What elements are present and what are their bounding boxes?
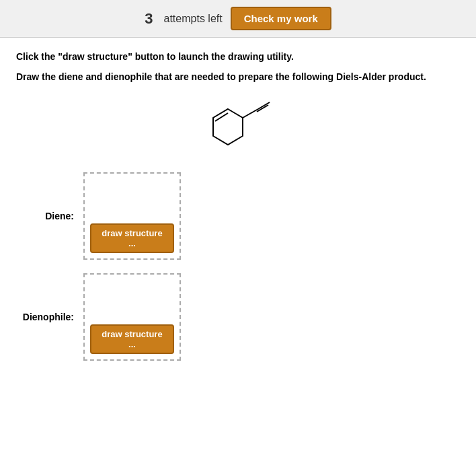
- vinyl-bond1: [243, 109, 258, 118]
- diene-label: Diene:: [16, 211, 83, 221]
- double-bond-inner: [215, 113, 228, 121]
- diene-row: Diene: draw structure ...: [16, 172, 460, 260]
- dienophile-draw-box: draw structure ...: [83, 273, 181, 361]
- top-bar: 3 attempts left Check my work: [0, 0, 476, 38]
- main-content: Click the "draw structure" button to lau…: [0, 38, 476, 388]
- diene-draw-box: draw structure ...: [83, 172, 181, 260]
- attempts-label: attempts left: [164, 13, 223, 25]
- ring-outline: [213, 109, 243, 145]
- molecule-display: [16, 96, 460, 156]
- instruction-2: Draw the diene and dienophile that are n…: [16, 71, 460, 82]
- instruction-1: Click the "draw structure" button to lau…: [16, 51, 460, 62]
- dienophile-row: Dienophile: draw structure ...: [16, 273, 460, 361]
- check-my-work-button[interactable]: Check my work: [231, 7, 331, 30]
- dienophile-label: Dienophile:: [16, 312, 83, 322]
- dienophile-draw-button[interactable]: draw structure ...: [90, 324, 174, 354]
- attempts-count: 3: [145, 10, 153, 28]
- diene-draw-button[interactable]: draw structure ...: [90, 223, 174, 253]
- diels-alder-product-svg: [194, 96, 282, 156]
